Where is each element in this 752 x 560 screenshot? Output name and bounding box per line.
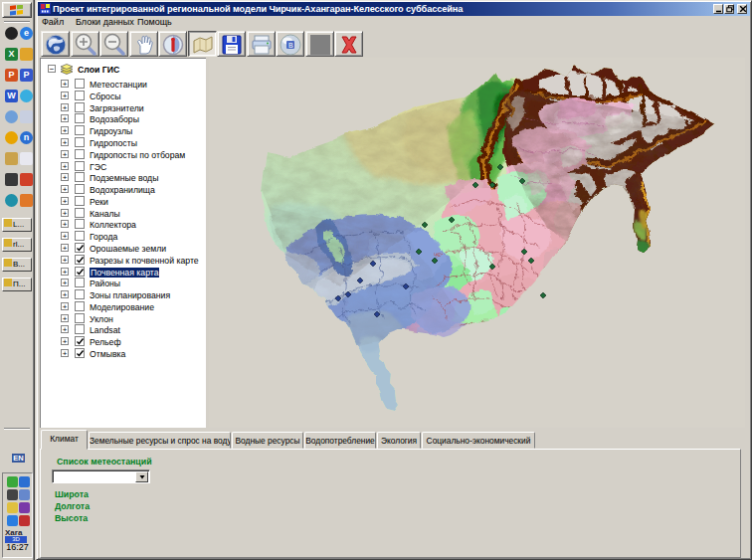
svg-text:B: B [288, 42, 293, 49]
